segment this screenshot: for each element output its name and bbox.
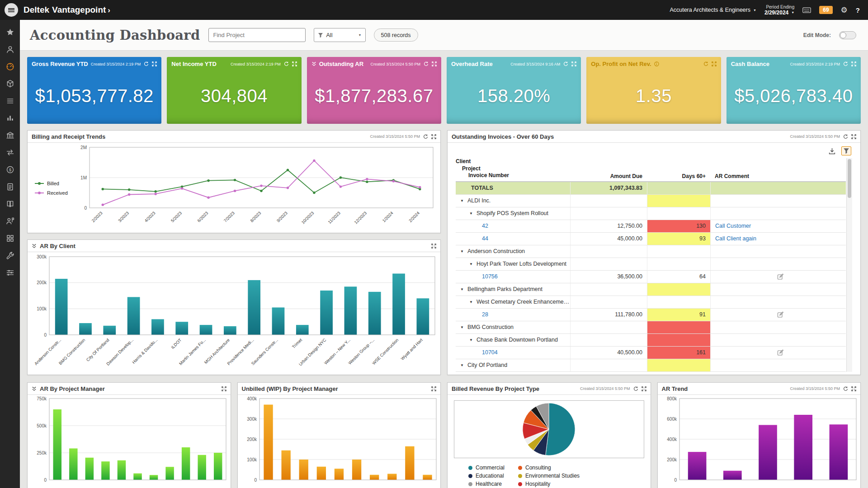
- collapse-toggle[interactable]: ▼: [469, 338, 473, 342]
- expand-icon[interactable]: [851, 386, 856, 391]
- collapse-toggle[interactable]: ▼: [469, 262, 473, 266]
- refresh-icon[interactable]: [284, 61, 289, 66]
- collapse-chevrons-icon[interactable]: [311, 61, 316, 66]
- edit-comment-icon[interactable]: [777, 349, 784, 356]
- period-ending-menu[interactable]: Period Ending 2/29/2024 ▼: [764, 5, 794, 16]
- edit-comment-icon[interactable]: [777, 311, 784, 318]
- sidebar-item-resource-management[interactable]: [0, 212, 20, 230]
- expand-icon[interactable]: [432, 61, 437, 66]
- collapse-toggle[interactable]: ▼: [460, 325, 464, 329]
- sidebar-item-favorites[interactable]: [0, 23, 20, 41]
- expand-icon[interactable]: [222, 386, 226, 391]
- invoice-number-link[interactable]: 42: [482, 223, 488, 229]
- svg-text:$: $: [9, 167, 11, 172]
- collapse-toggle[interactable]: ▼: [460, 363, 464, 367]
- sidebar-item-ledger[interactable]: [0, 195, 20, 212]
- find-project-input[interactable]: [208, 28, 306, 42]
- filter-icon: [318, 33, 323, 38]
- chart-legend: BilledReceived: [29, 144, 72, 233]
- svg-text:750k: 750k: [37, 396, 47, 401]
- edit-comment-icon[interactable]: [777, 273, 784, 280]
- expand-icon[interactable]: [642, 386, 646, 391]
- menu-button[interactable]: [5, 3, 18, 17]
- sidebar-item-dashboards[interactable]: [0, 58, 20, 75]
- collapse-chevrons-icon[interactable]: [32, 386, 37, 391]
- ar-comment-link[interactable]: Call Client again: [715, 235, 756, 242]
- sidebar-item-transactions[interactable]: [0, 144, 20, 161]
- scrollbar-thumb[interactable]: [848, 159, 851, 198]
- grid-filter-icon[interactable]: [841, 146, 851, 155]
- refresh-icon[interactable]: [633, 386, 638, 391]
- help-icon[interactable]: ?: [856, 6, 860, 14]
- saved-search-dropdown[interactable]: All ▼: [314, 28, 366, 42]
- sidebar-item-employees[interactable]: [0, 41, 20, 58]
- expand-icon[interactable]: [152, 61, 157, 66]
- created-timestamp: Created 3/15/2024 2:19 PM: [91, 62, 141, 66]
- amount-due-cell: 12,750.00: [570, 220, 647, 232]
- sidebar-item-reporting[interactable]: [0, 109, 20, 127]
- invoice-number-link[interactable]: 28: [482, 311, 488, 318]
- records-count-badge: 508 records: [374, 28, 418, 42]
- company-menu[interactable]: Accutera Architects & Engineers ▼: [670, 7, 756, 13]
- collapse-toggle[interactable]: ▼: [460, 287, 464, 291]
- expand-icon[interactable]: [851, 134, 856, 139]
- svg-text:200k: 200k: [667, 457, 677, 462]
- kpi-value: 1.35: [586, 85, 721, 106]
- svg-text:0: 0: [84, 206, 87, 211]
- sidebar-item-utilities[interactable]: [0, 247, 20, 264]
- panel-title: AR By Project Manager: [40, 385, 105, 392]
- collapse-toggle[interactable]: ▼: [469, 211, 473, 216]
- sidebar-item-billing[interactable]: $: [0, 161, 20, 178]
- collapse-chevrons-icon[interactable]: [32, 244, 37, 249]
- sidebar-item-settings[interactable]: [0, 264, 20, 281]
- collapse-toggle[interactable]: ▼: [460, 199, 464, 203]
- expand-icon[interactable]: [851, 61, 856, 66]
- settings-gear-icon[interactable]: ⚙: [841, 5, 848, 15]
- days-60-cell: [647, 245, 710, 258]
- vertical-scrollbar[interactable]: [846, 158, 852, 372]
- client-name: Anderson Construction: [467, 248, 525, 254]
- notification-badge[interactable]: 69: [819, 6, 832, 14]
- refresh-icon[interactable]: [843, 386, 848, 391]
- expand-icon[interactable]: [712, 61, 717, 66]
- download-icon[interactable]: [827, 147, 837, 155]
- refresh-icon[interactable]: [423, 134, 428, 139]
- collapse-toggle[interactable]: ▼: [469, 300, 473, 304]
- sidebar-item-projects[interactable]: [0, 92, 20, 109]
- collapse-toggle[interactable]: ▼: [460, 249, 464, 253]
- refresh-icon[interactable]: [563, 61, 568, 66]
- refresh-icon[interactable]: [144, 61, 149, 66]
- ar-by-client-bar-chart: 0100k200k300kAnderson Constr...BMG Const…: [28, 252, 440, 375]
- invoice-number-link[interactable]: 10704: [482, 349, 498, 356]
- page-title: Accounting Dashboard: [30, 28, 200, 43]
- refresh-icon[interactable]: [703, 61, 708, 66]
- invoice-number-link[interactable]: 10756: [482, 273, 498, 280]
- expand-icon[interactable]: [431, 244, 436, 249]
- svg-text:800k: 800k: [667, 396, 677, 401]
- kpi-title: Cash Balance: [731, 61, 769, 67]
- sidebar-item-firms[interactable]: [0, 75, 20, 92]
- keyboard-icon[interactable]: [802, 7, 811, 13]
- expand-icon[interactable]: [571, 61, 576, 66]
- sidebar-item-libraries[interactable]: [0, 230, 20, 247]
- sidebar-item-invoice-approvals[interactable]: [0, 178, 20, 195]
- ar-comment-link[interactable]: Call Customer: [715, 223, 751, 229]
- info-icon[interactable]: [654, 61, 659, 66]
- refresh-icon[interactable]: [424, 61, 429, 66]
- expand-icon[interactable]: [292, 61, 297, 66]
- expand-icon[interactable]: [431, 134, 436, 139]
- svg-text:Harris & Davido...: Harris & Davido...: [131, 338, 158, 365]
- column-project: Project: [456, 165, 570, 173]
- refresh-icon[interactable]: [843, 61, 848, 66]
- expand-icon[interactable]: [431, 386, 436, 391]
- book-icon: [5, 199, 15, 209]
- project-name: West Cemetary Creek Enhancements: [476, 299, 570, 305]
- doc-icon: [5, 182, 15, 192]
- svg-text:9/2023: 9/2023: [276, 211, 288, 223]
- edit-mode-toggle[interactable]: [839, 31, 856, 39]
- column-days-60: Days 60+: [647, 173, 710, 179]
- invoice-number-link[interactable]: 44: [482, 235, 488, 242]
- refresh-icon[interactable]: [843, 134, 848, 139]
- ar-trend-bar-chart: 0200k400k600k800k: [658, 395, 861, 488]
- sidebar-item-accounting[interactable]: [0, 127, 20, 144]
